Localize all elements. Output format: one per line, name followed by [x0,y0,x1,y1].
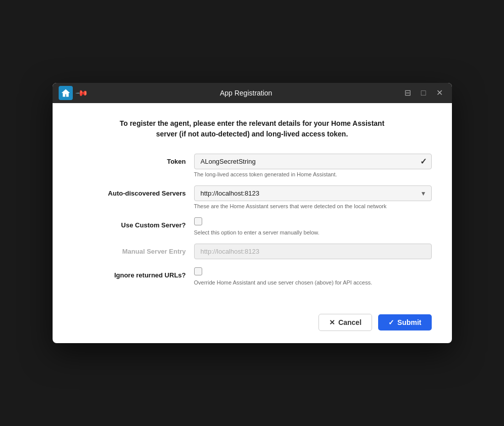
manual-entry-row: Manual Server Entry [73,244,432,259]
window-controls: ⊟ □ ✕ [401,87,446,99]
ignore-urls-label: Ignore returned URLs? [73,267,194,279]
close-button[interactable]: ✕ [433,87,446,99]
use-custom-row: Use Custom Server? Select this option to… [73,217,432,235]
app-window: 📌 App Registration ⊟ □ ✕ To register the… [53,83,452,343]
token-label: Token [73,154,194,165]
token-hint: The long-lived access token generated in… [194,171,432,177]
auto-discovered-control: http://localhost:8123 ▼ These are the Ho… [194,185,432,209]
auto-discovered-select-wrapper: http://localhost:8123 ▼ [194,185,432,201]
token-row: Token ✓ The long-lived access token gene… [73,154,432,177]
auto-discovered-row: Auto-discovered Servers http://localhost… [73,185,432,209]
use-custom-checkbox[interactable] [194,217,202,225]
auto-discovered-select[interactable]: http://localhost:8123 [194,185,432,201]
ignore-urls-checkbox[interactable] [194,267,202,275]
manual-entry-input[interactable] [194,244,432,259]
token-input-wrapper: ✓ [194,154,432,169]
submit-label: Submit [397,318,421,326]
auto-discovered-label: Auto-discovered Servers [73,185,194,197]
pin-icon: 📌 [75,86,89,100]
manual-entry-control [194,244,432,259]
use-custom-label: Use Custom Server? [73,217,194,229]
app-icon [59,86,73,100]
maximize-button[interactable]: □ [418,87,429,99]
manual-entry-label: Manual Server Entry [73,244,194,255]
cancel-button[interactable]: ✕ Cancel [318,314,372,331]
submit-check-icon: ✓ [388,318,394,326]
cancel-label: Cancel [338,318,361,326]
titlebar: 📌 App Registration ⊟ □ ✕ [53,83,452,103]
form-content: To register the agent, please enter the … [53,103,452,306]
ignore-urls-control: Override Home Assistant and use server c… [194,267,432,286]
token-control: ✓ The long-lived access token generated … [194,154,432,177]
ignore-urls-checkbox-row [194,267,432,275]
ignore-urls-row: Ignore returned URLs? Override Home Assi… [73,267,432,286]
minimize-button[interactable]: ⊟ [401,87,414,99]
submit-button[interactable]: ✓ Submit [378,314,431,330]
token-input[interactable] [194,154,432,169]
window-title: App Registration [91,89,401,97]
use-custom-checkbox-row [194,217,432,225]
token-check-icon: ✓ [420,157,427,166]
auto-discovered-hint: These are the Home Assistant servers tha… [194,203,432,209]
cancel-x-icon: ✕ [329,318,335,326]
use-custom-control: Select this option to enter a server man… [194,217,432,235]
description-text: To register the agent, please enter the … [73,118,432,139]
ignore-urls-hint: Override Home Assistant and use server c… [194,279,432,286]
footer: ✕ Cancel ✓ Submit [53,306,452,343]
use-custom-hint: Select this option to enter a server man… [194,229,432,235]
